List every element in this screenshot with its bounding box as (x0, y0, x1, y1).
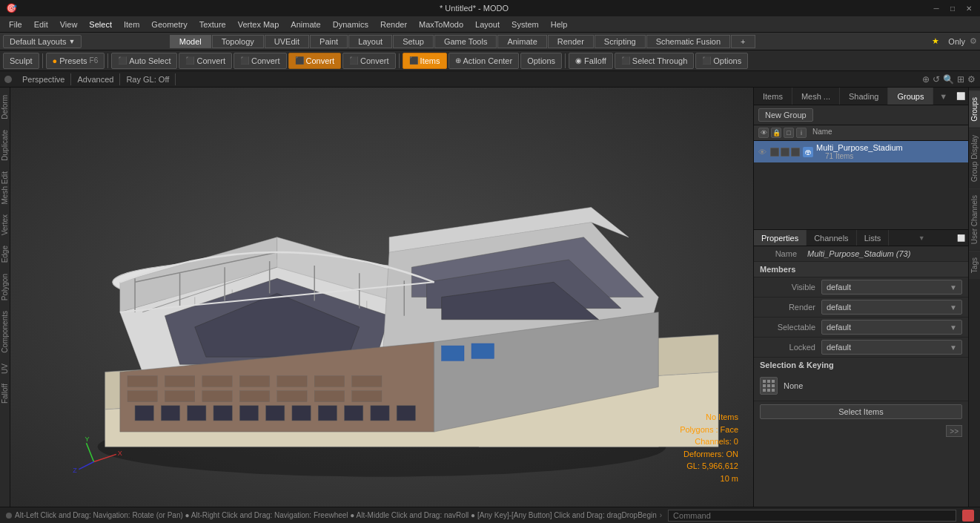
viewport[interactable]: X Y Z No Items Polygons : Face Channels:… (10, 88, 753, 507)
prop-tab-lists[interactable]: Lists (857, 230, 890, 246)
close-button[interactable]: ✕ (964, 3, 974, 13)
sidebar-tab-vertex[interactable]: Vertex (0, 210, 10, 240)
convert-button-4[interactable]: ⬛ Convert (342, 53, 396, 69)
new-group-button[interactable]: New Group (758, 108, 813, 122)
convert-button-3[interactable]: ⬛ Convert (288, 53, 342, 69)
select-items-button[interactable]: Select Items (760, 404, 962, 419)
perspective-label[interactable]: Perspective (16, 73, 71, 85)
tab-render[interactable]: Render (548, 35, 594, 48)
render-dropdown[interactable]: default ▼ (821, 300, 962, 315)
sidebar-tab-components[interactable]: Components (0, 306, 10, 358)
left-sidebar: Deform Duplicate Mesh Edit Vertex Edge P… (0, 88, 10, 507)
rpanel-tab-items[interactable]: Items (754, 88, 792, 105)
menu-animate[interactable]: Animate (285, 19, 326, 30)
fit-icon[interactable]: ⊕ (922, 74, 930, 85)
items-button[interactable]: ⬛ Items (403, 53, 447, 69)
sidebar-tab-edge[interactable]: Edge (0, 241, 10, 267)
layout-settings-icon[interactable]: ⚙ (970, 36, 977, 46)
box-icon: □ (784, 128, 794, 138)
rpanel-tab-shading[interactable]: Shading (840, 88, 888, 105)
minimize-button[interactable]: ─ (931, 3, 941, 13)
zoom-icon[interactable]: 🔍 (943, 74, 954, 85)
tab-uvedit[interactable]: UVEdit (265, 35, 309, 48)
side-tab-groups[interactable]: Groups (969, 91, 980, 128)
menu-layout[interactable]: Layout (469, 19, 506, 30)
action-center-button[interactable]: ⊕ Action Center (448, 53, 520, 69)
sidebar-tab-mesh-edit[interactable]: Mesh Edit (0, 167, 10, 208)
menu-system[interactable]: System (506, 19, 545, 30)
tab-add[interactable]: + (731, 35, 755, 48)
tab-scripting[interactable]: Scripting (595, 35, 646, 48)
view-options-icon[interactable]: ⊞ (957, 74, 964, 85)
menu-view[interactable]: View (54, 19, 84, 30)
ray-off-label[interactable]: Ray GL: Off (120, 73, 176, 85)
menu-maxtomode[interactable]: MaxToModo (413, 19, 469, 30)
options-button-2[interactable]: ⬛ Options (695, 53, 748, 69)
tab-setup[interactable]: Setup (393, 35, 434, 48)
sidebar-tab-deform[interactable]: Deform (0, 91, 10, 124)
prop-tab-properties[interactable]: Properties (754, 230, 807, 246)
menu-edit[interactable]: Edit (28, 19, 54, 30)
locked-dropdown[interactable]: default ▼ (821, 340, 962, 355)
tab-paint[interactable]: Paint (310, 35, 348, 48)
default-layouts-button[interactable]: Default Layouts ▼ (3, 35, 82, 48)
side-tab-user-channels[interactable]: User Channels (969, 188, 980, 250)
side-tab-group-display[interactable]: Group Display (969, 128, 980, 188)
select-through-button[interactable]: ⬛ Select Through (615, 53, 694, 69)
tab-animate[interactable]: Animate (497, 35, 546, 48)
items-tree[interactable]: 👁 🏟 Multi_Purpose_Stadium 71 Items (754, 141, 968, 230)
tab-game-tools[interactable]: Game Tools (434, 35, 497, 48)
toolbar: Sculpt ● Presets F6 ⬛ Auto Select ⬛ Conv… (0, 50, 980, 71)
layout-right: ★ Only ⚙ (927, 35, 977, 47)
panel-maximize-icon[interactable]: ⬜ (953, 88, 968, 105)
tab-model[interactable]: Model (170, 35, 211, 48)
visible-dropdown[interactable]: default ▼ (821, 280, 962, 295)
prop-tab-channels[interactable]: Channels (807, 230, 856, 246)
menu-geometry[interactable]: Geometry (145, 19, 193, 30)
tab-topology[interactable]: Topology (212, 35, 264, 48)
prop-panel-maximize[interactable]: ⬜ (954, 230, 968, 246)
menu-vertex-map[interactable]: Vertex Map (232, 19, 285, 30)
side-tab-tags[interactable]: Tags (969, 251, 980, 279)
menu-file[interactable]: File (3, 19, 28, 30)
menu-render[interactable]: Render (374, 19, 413, 30)
options-label-1: Options (527, 56, 555, 65)
advanced-label[interactable]: Advanced (71, 73, 120, 85)
menu-dynamics[interactable]: Dynamics (327, 19, 374, 30)
sidebar-tab-uv[interactable]: UV (0, 359, 10, 378)
convert-label-1: Convert (196, 56, 225, 65)
tab-layout[interactable]: Layout (348, 35, 392, 48)
menu-help[interactable]: Help (545, 19, 574, 30)
rotate-icon[interactable]: ↺ (933, 74, 940, 85)
no-items-text: No Items (680, 411, 738, 424)
prop-tabs-expand[interactable]: ▼ (916, 230, 928, 246)
options-button-1[interactable]: Options (520, 53, 562, 69)
rpanel-tab-groups[interactable]: Groups (888, 88, 933, 105)
sidebar-tab-duplicate[interactable]: Duplicate (0, 125, 10, 165)
sidebar-tab-falloff[interactable]: Falloff (0, 379, 10, 408)
convert-button-2[interactable]: ⬛ Convert (234, 53, 287, 69)
menu-item[interactable]: Item (118, 19, 145, 30)
maximize-button[interactable]: □ (947, 3, 958, 13)
auto-select-button[interactable]: ⬛ Auto Select (111, 53, 177, 69)
tab-schematic[interactable]: Schematic Fusion (646, 35, 730, 48)
more-button[interactable]: >> (946, 425, 962, 437)
tree-item-stadium[interactable]: 👁 🏟 Multi_Purpose_Stadium 71 Items (754, 141, 968, 162)
rpanel-expand-icon[interactable]: ▼ (935, 88, 952, 105)
sidebar-tab-polygon[interactable]: Polygon (0, 269, 10, 305)
falloff-button[interactable]: ◉ Falloff (569, 53, 613, 69)
render-value: default (827, 303, 851, 312)
convert-button-1[interactable]: ⬛ Convert (179, 53, 232, 69)
menu-texture[interactable]: Texture (193, 19, 232, 30)
rpanel-tab-mesh[interactable]: Mesh ... (792, 88, 840, 105)
command-input[interactable] (668, 510, 956, 522)
viewport-settings-icon[interactable]: ⚙ (967, 74, 976, 85)
svg-rect-66 (763, 380, 766, 383)
presets-button[interactable]: ● Presets F6 (46, 53, 105, 69)
status-expand-icon[interactable]: › (660, 511, 662, 519)
sculpt-button[interactable]: Sculpt (3, 53, 39, 69)
selectable-dropdown[interactable]: default ▼ (821, 320, 962, 335)
tree-eye-icon[interactable]: 👁 (757, 147, 767, 157)
svg-rect-70 (767, 384, 770, 387)
menu-select[interactable]: Select (83, 19, 118, 30)
